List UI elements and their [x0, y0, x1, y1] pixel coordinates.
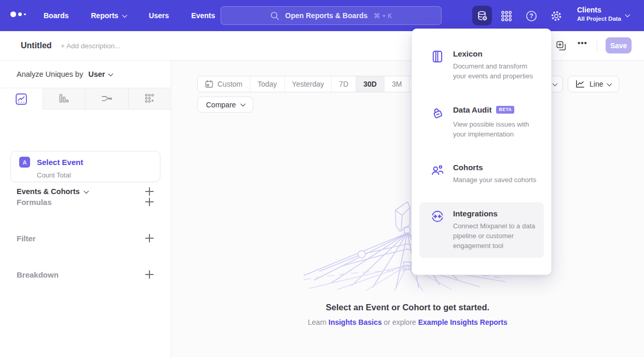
- report-title[interactable]: Untitled: [21, 41, 52, 50]
- chart-type-tabs: [0, 88, 171, 109]
- project-selector[interactable]: Clients All Project Data: [577, 6, 621, 22]
- date-range-segmented-control: Custom Today Yesterday 7D 30D 3M 6M: [197, 76, 435, 92]
- integrations-sync-icon: [431, 210, 444, 223]
- menu-item-title: Integrations: [453, 209, 540, 218]
- range-custom[interactable]: Custom: [198, 76, 250, 92]
- grid-dots-tab-icon: [144, 93, 155, 104]
- insights-basics-link[interactable]: Insights Basics: [328, 318, 382, 326]
- line-chart-tab-icon: [16, 93, 27, 105]
- tab-flows[interactable]: [85, 88, 128, 109]
- menu-item-description: Document and transform your events and p…: [453, 62, 540, 81]
- flows-tab-icon: [101, 93, 113, 104]
- add-description-field[interactable]: + Add description...: [61, 42, 120, 50]
- menu-item-description: Connect Mixpanel to a data pipeline or c…: [453, 222, 540, 251]
- range-3m[interactable]: 3M: [384, 76, 409, 92]
- tab-insights-line[interactable]: [0, 88, 43, 109]
- range-yesterday[interactable]: Yesterday: [284, 76, 332, 92]
- calendar-icon: [205, 80, 213, 88]
- search-shortcut: ⌘ + K: [374, 12, 392, 20]
- cohorts-people-icon: [431, 163, 444, 177]
- search-icon: [270, 11, 279, 20]
- event-row-card[interactable]: A Select Event Count Total: [10, 151, 160, 182]
- save-button[interactable]: Save: [606, 37, 632, 53]
- analyze-label: Analyze Uniques by: [17, 70, 83, 78]
- compare-dropdown[interactable]: Compare: [197, 97, 253, 113]
- filter-section: Filter: [17, 231, 154, 245]
- range-today[interactable]: Today: [250, 76, 284, 92]
- menu-item-description: View possible issues with your implement…: [453, 120, 540, 140]
- add-filter-button[interactable]: [145, 234, 154, 242]
- lexicon-book-icon: [431, 50, 444, 63]
- chevron-down-icon: [84, 188, 88, 193]
- formulas-section: Formulas: [17, 195, 154, 209]
- svg-text:?: ?: [529, 12, 533, 20]
- count-total-selector[interactable]: Count Total: [37, 171, 152, 179]
- add-formula-button[interactable]: [145, 198, 154, 206]
- apps-grid-icon[interactable]: [500, 10, 513, 22]
- tab-grid-dots[interactable]: [128, 88, 171, 109]
- or-explore-text: or explore: [382, 318, 418, 326]
- database-gear-icon: [476, 10, 488, 22]
- breakdown-section: Breakdown: [17, 267, 154, 282]
- menu-item-integrations[interactable]: Integrations Connect Mixpanel to a data …: [419, 202, 544, 258]
- chevron-down-icon: [625, 12, 630, 17]
- nav-item-reports[interactable]: Reports: [91, 11, 126, 20]
- top-navigation-bar: Boards Reports Users Events Open Reports…: [0, 0, 644, 31]
- project-name: All Project Data: [577, 16, 621, 22]
- example-insights-reports-link[interactable]: Example Insights Reports: [418, 318, 508, 326]
- line-chart-icon: [576, 80, 585, 88]
- tab-bar-chart[interactable]: [43, 88, 86, 109]
- menu-item-title: Cohorts: [453, 163, 536, 172]
- chevron-down-icon: [552, 81, 557, 86]
- query-builder-sidebar: Analyze Uniques by User: [0, 61, 171, 357]
- menu-item-cohorts[interactable]: Cohorts Manage your saved cohorts: [419, 156, 544, 192]
- chart-style-dropdown[interactable]: Line: [568, 76, 619, 92]
- chevron-down-icon: [122, 12, 127, 17]
- nav-item-users[interactable]: Users: [149, 11, 169, 20]
- mixpanel-logo-icon[interactable]: [10, 11, 26, 17]
- global-search-input[interactable]: Open Reports & Boards ⌘ + K: [221, 6, 442, 25]
- search-placeholder: Open Reports & Boards: [285, 11, 368, 20]
- analyze-value-dropdown[interactable]: User: [88, 70, 113, 78]
- chevron-down-icon: [240, 101, 245, 106]
- more-options-button[interactable]: •••: [578, 38, 587, 47]
- beta-badge: BETA: [496, 106, 514, 114]
- duplicate-icon[interactable]: [556, 41, 566, 51]
- event-letter-badge: A: [19, 157, 30, 168]
- menu-item-title: Lexicon: [453, 49, 540, 58]
- empty-state-title: Select an Event or Cohort to get started…: [171, 303, 644, 312]
- menu-item-title: Data Audit: [453, 105, 491, 114]
- select-event-button[interactable]: Select Event: [37, 158, 83, 167]
- add-breakdown-button[interactable]: [145, 270, 154, 279]
- divider: [597, 40, 597, 52]
- range-7d[interactable]: 7D: [331, 76, 355, 92]
- learn-prefix: Learn: [308, 318, 328, 326]
- bar-chart-tab-icon: [58, 93, 70, 104]
- help-icon[interactable]: ?: [525, 10, 538, 22]
- nav-item-events[interactable]: Events: [191, 11, 215, 20]
- org-name: Clients: [577, 6, 621, 14]
- data-management-button[interactable]: [472, 6, 492, 25]
- data-audit-lock-icon: [431, 106, 444, 119]
- chart-canvas-area: Custom Today Yesterday 7D 30D 3M 6M Line…: [171, 61, 644, 357]
- menu-item-data-audit[interactable]: Data Audit BETA View possible issues wit…: [419, 99, 544, 146]
- menu-item-lexicon[interactable]: Lexicon Document and transform your even…: [419, 43, 544, 88]
- range-30d-selected[interactable]: 30D: [355, 76, 384, 92]
- nav-item-boards[interactable]: Boards: [44, 11, 68, 20]
- chevron-down-icon: [607, 81, 612, 86]
- empty-state-subtitle: Learn Insights Basics or explore Example…: [171, 318, 644, 326]
- menu-item-description: Manage your saved cohorts: [453, 175, 536, 185]
- analyze-uniques-row: Analyze Uniques by User: [17, 61, 113, 88]
- data-management-dropdown-menu: Lexicon Document and transform your even…: [412, 29, 552, 275]
- chevron-down-icon: [108, 71, 113, 76]
- settings-gear-icon[interactable]: [550, 10, 563, 22]
